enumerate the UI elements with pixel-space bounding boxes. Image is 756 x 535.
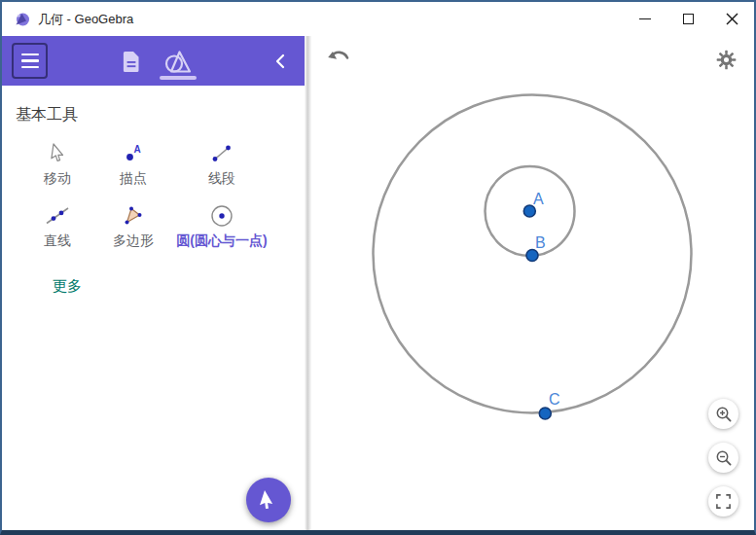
tool-label: 圆(圆心与一点) (176, 232, 267, 248)
point-icon: A (123, 142, 144, 165)
tool-circle-center-point[interactable]: 圆(圆心与一点) (171, 199, 272, 248)
segment-icon (211, 142, 233, 165)
hamburger-menu-button[interactable] (12, 43, 48, 79)
tool-point[interactable]: A 描点 (95, 137, 171, 186)
tool-label: 移动 (44, 170, 71, 186)
drawing-canvas[interactable]: ABC (311, 36, 754, 530)
svg-text:A: A (134, 144, 141, 155)
maximize-button[interactable] (666, 2, 710, 36)
selected-tool-fab[interactable] (246, 478, 291, 522)
move-cursor-icon (47, 142, 68, 165)
maximize-icon (683, 14, 694, 24)
titlebar: 几何 - GeoGebra (2, 2, 754, 36)
point-label-A: A (533, 191, 544, 207)
panel-divider (305, 36, 311, 530)
purple-toolbar (2, 36, 305, 86)
titlebar-left: 几何 - GeoGebra (2, 11, 623, 28)
minimize-icon (639, 18, 651, 20)
gear-icon (716, 50, 737, 70)
zoom-in-button[interactable] (708, 399, 738, 429)
circle-center-point-icon (209, 203, 234, 229)
graphics-view[interactable]: ABC (311, 36, 754, 530)
undo-button[interactable] (327, 48, 354, 71)
geogebra-logo-icon (14, 11, 30, 27)
zoom-out-button[interactable] (708, 443, 738, 473)
tools-panel: 基本工具 移动 (2, 86, 305, 530)
zoom-in-icon (715, 406, 733, 423)
tool-label: 线段 (208, 170, 235, 186)
tool-grid: 移动 A 描点 (2, 137, 305, 248)
active-tab-underline (160, 76, 197, 80)
geogebra-window: 几何 - GeoGebra (0, 0, 756, 535)
window-controls (623, 2, 754, 36)
main-area: 基本工具 移动 (2, 36, 754, 530)
document-icon (123, 51, 140, 73)
point-B[interactable] (526, 250, 538, 262)
point-label-B: B (535, 234, 546, 251)
polygon-icon (123, 204, 144, 228)
minimize-button[interactable] (623, 2, 666, 36)
tool-polygon[interactable]: 多边形 (95, 199, 171, 248)
tool-line[interactable]: 直线 (19, 199, 95, 248)
point-C[interactable] (539, 408, 551, 419)
tool-label: 描点 (120, 170, 147, 186)
point-A[interactable] (523, 205, 535, 217)
tools-panel-heading: 基本工具 (16, 105, 305, 125)
hamburger-menu-icon (21, 54, 39, 55)
point-label-C: C (549, 391, 560, 408)
close-button[interactable] (710, 2, 754, 36)
window-title: 几何 - GeoGebra (38, 11, 133, 28)
settings-button[interactable] (716, 50, 738, 71)
fullscreen-icon (715, 493, 732, 510)
chevron-left-icon (275, 54, 285, 69)
left-panel: 基本工具 移动 (2, 36, 305, 530)
tool-label: 多边形 (113, 232, 154, 248)
tool-segment[interactable]: 线段 (171, 137, 272, 186)
collapse-panel-button[interactable] (266, 49, 295, 74)
close-icon (726, 13, 738, 25)
zoom-out-icon (715, 449, 733, 467)
tool-label: 直线 (44, 232, 71, 248)
tab-file[interactable] (112, 41, 151, 82)
undo-arrow-icon (327, 48, 352, 69)
cursor-arrow-icon (257, 487, 280, 513)
geometry-tools-icon (163, 49, 193, 74)
tool-move[interactable]: 移动 (19, 137, 95, 186)
fullscreen-button[interactable] (708, 486, 738, 517)
more-tools-link[interactable]: 更多 (53, 277, 82, 296)
line-icon (46, 204, 69, 228)
